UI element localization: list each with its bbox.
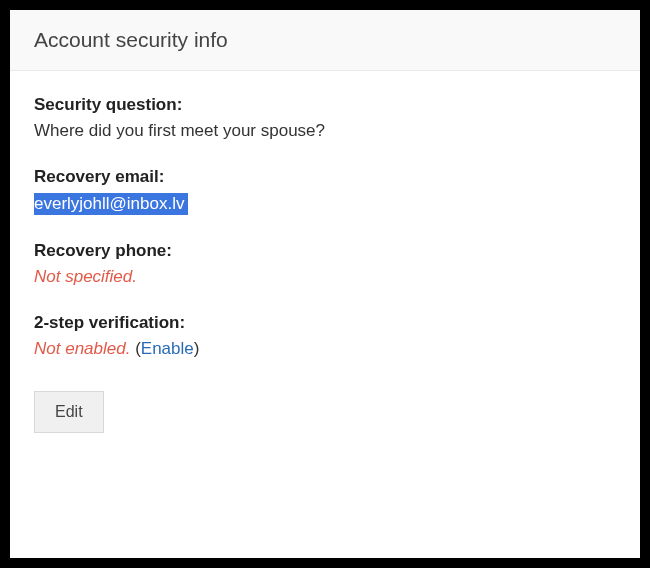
- security-question-field: Security question: Where did you first m…: [34, 95, 616, 141]
- edit-button[interactable]: Edit: [34, 391, 104, 433]
- recovery-phone-value: Not specified.: [34, 267, 616, 287]
- enable-link[interactable]: Enable: [141, 339, 194, 358]
- close-paren: ): [194, 339, 200, 358]
- card-body: Security question: Where did you first m…: [10, 71, 640, 457]
- security-question-value: Where did you first meet your spouse?: [34, 121, 616, 141]
- security-question-label: Security question:: [34, 95, 616, 115]
- two-step-value-line: Not enabled. (Enable): [34, 339, 616, 359]
- two-step-status: Not enabled.: [34, 339, 130, 358]
- recovery-phone-label: Recovery phone:: [34, 241, 616, 261]
- recovery-phone-field: Recovery phone: Not specified.: [34, 241, 616, 287]
- recovery-email-field: Recovery email: everlyjohll@inbox.lv: [34, 167, 616, 215]
- card-header: Account security info: [10, 10, 640, 71]
- two-step-field: 2-step verification: Not enabled. (Enabl…: [34, 313, 616, 359]
- security-info-card: Account security info Security question:…: [10, 10, 640, 558]
- card-title: Account security info: [34, 28, 616, 52]
- recovery-email-label: Recovery email:: [34, 167, 616, 187]
- open-paren: (: [130, 339, 140, 358]
- two-step-label: 2-step verification:: [34, 313, 616, 333]
- recovery-email-value: everlyjohll@inbox.lv: [34, 193, 188, 215]
